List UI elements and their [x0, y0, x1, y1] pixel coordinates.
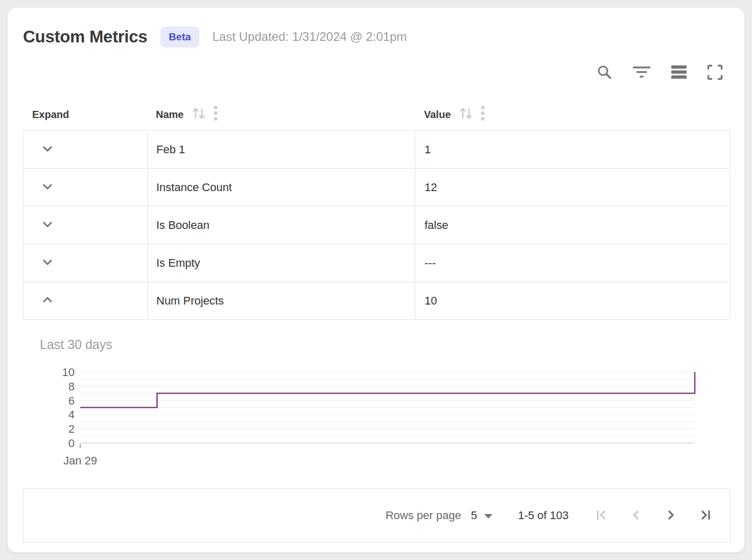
expand-cell [24, 169, 147, 206]
last-updated-text: Last Updated: 1/31/2024 @ 2:01pm [213, 30, 407, 44]
chevron-right-icon [664, 508, 678, 524]
chevron-down-icon [41, 255, 54, 270]
column-menu-icon[interactable] [213, 105, 218, 124]
expand-cell [24, 131, 147, 168]
value-cell: --- [415, 244, 730, 282]
value-cell: 10 [415, 282, 730, 319]
last-page-icon [698, 508, 713, 524]
row-detail-panel: Last 30 days 0246810Jan 29 [23, 320, 730, 488]
column-header-name-icons [192, 105, 218, 124]
column-header-value-icons [459, 105, 485, 124]
pagination-range-label: 1-5 of 103 [518, 509, 569, 522]
rows-per-page-label: Rows per page [386, 509, 461, 522]
value-cell: 12 [415, 169, 730, 206]
pagination-controls [594, 508, 713, 524]
name-cell: Feb 1 [147, 131, 415, 168]
column-header-value[interactable]: Value [415, 105, 730, 124]
name-cell: Instance Count [147, 169, 415, 206]
chevron-down-icon [41, 180, 54, 195]
table-row: Is Boolean false [24, 206, 730, 244]
table-header-row: Expand Name [23, 99, 730, 130]
custom-metrics-card: Custom Metrics Beta Last Updated: 1/31/2… [7, 7, 745, 553]
chevron-down-icon [41, 218, 54, 232]
table-row: Is Empty --- [24, 244, 730, 282]
table-row: Instance Count 12 [24, 169, 730, 206]
expand-cell [24, 244, 147, 282]
column-header-name[interactable]: Name [147, 105, 415, 124]
first-page-button[interactable] [594, 508, 608, 524]
table-footer: Rows per page 5 1-5 of 103 [23, 488, 730, 543]
table-body: Feb 1 1 Instance Count 12 [23, 130, 730, 320]
column-header-expand-label: Expand [32, 109, 69, 120]
num-projects-step-chart: 0246810Jan 29 [23, 365, 731, 473]
first-page-icon [594, 508, 608, 524]
chevron-up-icon [41, 293, 54, 308]
svg-text:4: 4 [68, 408, 75, 421]
expand-row-button[interactable] [39, 178, 56, 197]
caret-down-icon [484, 509, 493, 522]
sort-icon[interactable] [459, 107, 474, 123]
rows-per-page-select[interactable]: 5 [471, 509, 493, 522]
column-header-expand: Expand [23, 109, 147, 121]
svg-text:8: 8 [68, 380, 75, 393]
filter-button[interactable] [632, 65, 651, 79]
grid-toolbar [23, 63, 730, 81]
value-cell: false [415, 206, 730, 244]
next-page-button[interactable] [664, 508, 678, 524]
name-cell: Num Projects [147, 282, 415, 319]
table-row: Num Projects 10 [24, 282, 730, 320]
last-page-button[interactable] [698, 508, 713, 524]
previous-page-button[interactable] [629, 508, 643, 524]
density-button[interactable] [671, 65, 687, 79]
expand-row-button[interactable] [39, 216, 56, 235]
expand-row-button[interactable] [39, 253, 56, 272]
name-cell: Is Empty [147, 244, 415, 282]
svg-text:2: 2 [68, 423, 75, 435]
svg-text:0: 0 [68, 437, 75, 450]
svg-text:Jan 29: Jan 29 [63, 454, 97, 467]
collapse-row-button[interactable] [39, 291, 56, 310]
expand-cell [24, 206, 147, 244]
fullscreen-button[interactable] [707, 64, 723, 80]
chevron-left-icon [629, 508, 643, 524]
column-header-value-label: Value [424, 109, 451, 121]
search-icon [597, 64, 612, 80]
card-header: Custom Metrics Beta Last Updated: 1/31/2… [23, 23, 730, 51]
filter-icon [632, 65, 651, 79]
beta-badge: Beta [160, 27, 199, 48]
chart-title: Last 30 days [40, 337, 112, 352]
density-icon [671, 65, 687, 79]
value-cell: 1 [415, 131, 730, 168]
search-button[interactable] [597, 64, 612, 80]
fullscreen-icon [707, 64, 723, 80]
table-row: Feb 1 1 [24, 131, 730, 169]
expand-row-button[interactable] [39, 140, 56, 159]
sort-icon[interactable] [192, 107, 207, 123]
expand-cell [24, 282, 147, 319]
column-menu-icon[interactable] [480, 105, 485, 124]
rows-per-page-value: 5 [471, 509, 477, 522]
page-title: Custom Metrics [23, 27, 147, 46]
chevron-down-icon [41, 142, 54, 157]
name-cell: Is Boolean [147, 206, 415, 244]
column-header-name-label: Name [156, 109, 183, 121]
svg-text:6: 6 [68, 394, 75, 407]
svg-text:10: 10 [62, 366, 75, 379]
